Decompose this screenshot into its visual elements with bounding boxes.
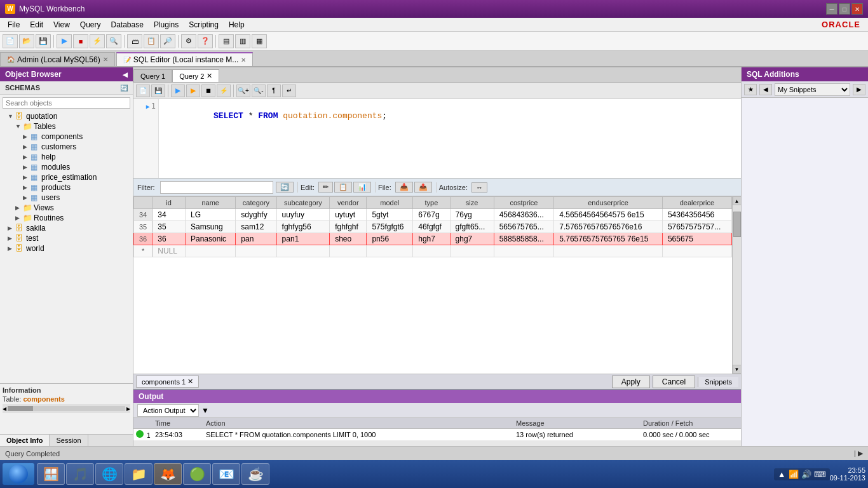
maximize-btn[interactable]: □: [839, 3, 850, 15]
sidebar-collapse-icon[interactable]: ◀: [123, 71, 128, 78]
start-button[interactable]: [3, 463, 34, 485]
tree-help[interactable]: ▶ ▦ help: [0, 152, 133, 162]
layout-btn1[interactable]: ▤: [219, 34, 234, 48]
col-header-id[interactable]: id: [153, 197, 186, 209]
search-objects-input[interactable]: [3, 97, 130, 109]
toggle-btn[interactable]: 🔍: [106, 34, 121, 48]
results-table-wrapper[interactable]: id name category subcategory vendor mode…: [133, 196, 732, 374]
word-wrap-btn[interactable]: ↵: [282, 85, 296, 97]
open-file-btn[interactable]: 📂: [19, 34, 34, 48]
menu-scripting[interactable]: Scripting: [184, 19, 224, 30]
menu-view[interactable]: View: [48, 19, 75, 30]
filter-input[interactable]: [160, 181, 273, 194]
cancel-btn[interactable]: Cancel: [653, 376, 695, 388]
col-header-model[interactable]: model: [367, 197, 413, 209]
snippets-nav-fwd-btn[interactable]: ▶: [853, 84, 865, 95]
tree-users[interactable]: ▶ ▦ users: [0, 193, 133, 203]
zoom-out-btn[interactable]: 🔍-: [252, 85, 266, 97]
info-scroll[interactable]: ◀ ▶: [3, 404, 130, 413]
taskbar-greenapp[interactable]: 🟢: [183, 463, 211, 485]
col-header-dealerprice[interactable]: dealerprice: [662, 197, 731, 209]
result-tab-close[interactable]: ✕: [187, 377, 193, 386]
file-import-btn[interactable]: 📥: [395, 182, 413, 193]
tree-price-estimation[interactable]: ▶ ▦ price_estimation: [0, 172, 133, 182]
taskbar-firefox[interactable]: 🦊: [154, 463, 182, 485]
col-header-size[interactable]: size: [450, 197, 494, 209]
menu-help[interactable]: Help: [224, 19, 250, 30]
snippets-star-btn[interactable]: ★: [744, 84, 757, 95]
filter-refresh-btn[interactable]: 🔄: [276, 182, 294, 193]
file-export-btn[interactable]: 📤: [414, 182, 432, 193]
tree-customers[interactable]: ▶ ▦ customers: [0, 142, 133, 152]
col-header-enduserprice[interactable]: enduserprice: [554, 197, 663, 209]
snippets-select[interactable]: My Snippets: [775, 83, 850, 96]
layout-btn3[interactable]: ▦: [252, 34, 267, 48]
config-btn[interactable]: ⚙: [181, 34, 196, 48]
table-btn[interactable]: 📋: [144, 34, 159, 48]
volume-icon[interactable]: 🔊: [801, 470, 811, 479]
explain-btn[interactable]: ⚡: [90, 34, 105, 48]
query2-close[interactable]: ✕: [207, 72, 212, 80]
execute-btn[interactable]: ▶: [57, 34, 72, 48]
menu-edit[interactable]: Edit: [25, 19, 48, 30]
col-header-subcategory[interactable]: subcategory: [276, 197, 330, 209]
vscroll-down-btn[interactable]: ▼: [733, 365, 742, 374]
save-query-btn[interactable]: 💾: [151, 85, 165, 97]
tree-world[interactable]: ▶ 🗄 world: [0, 243, 133, 254]
taskbar-arrow-icon[interactable]: ▲: [778, 470, 786, 479]
output-type-select[interactable]: Action Output: [137, 404, 199, 417]
table-row[interactable]: 35 35 Samsung sam12 fghfyg56 fghfghf 575…: [134, 221, 732, 233]
tree-sakila[interactable]: ▶ 🗄 sakila: [0, 223, 133, 233]
taskbar-email[interactable]: 📧: [212, 463, 240, 485]
table-row[interactable]: 34 34 LG sdyghfy uuyfuy uytuyt 5gtyt 676…: [134, 209, 732, 221]
tree-components[interactable]: ▶ ▦ components: [0, 132, 133, 142]
col-header-category[interactable]: category: [236, 197, 276, 209]
tree-quotation[interactable]: ▼ 🗄 quotation: [0, 111, 133, 121]
tree-test[interactable]: ▶ 🗄 test: [0, 233, 133, 243]
col-header-vendor[interactable]: vendor: [330, 197, 367, 209]
menu-file[interactable]: File: [3, 19, 25, 30]
tab-editor[interactable]: 📝 SQL Editor (Local instance M... ✕: [116, 52, 254, 66]
close-btn[interactable]: ✕: [851, 3, 863, 15]
new-file-btn[interactable]: 📄: [3, 34, 18, 48]
schema-btn[interactable]: 🗃: [127, 34, 142, 48]
vscroll-up-btn[interactable]: ▲: [733, 196, 742, 205]
query-tab-1[interactable]: Query 1: [133, 69, 172, 82]
menu-database[interactable]: Database: [106, 19, 149, 30]
stop-exec-btn[interactable]: ⏹: [201, 85, 215, 97]
layout-btn2[interactable]: ▥: [235, 34, 250, 48]
run-current-btn[interactable]: ▶: [186, 85, 200, 97]
taskbar-explorer[interactable]: 🪟: [37, 463, 65, 485]
query-tab-2[interactable]: Query 2 ✕: [172, 69, 219, 82]
edit-pencil-btn[interactable]: ✏: [318, 182, 333, 193]
col-header-name[interactable]: name: [186, 197, 236, 209]
edit-table-btn[interactable]: 📋: [334, 182, 352, 193]
sql-content[interactable]: SELECT * FROM quotation.components;: [159, 99, 741, 178]
minimize-btn[interactable]: ─: [826, 3, 837, 15]
schemas-refresh-icon[interactable]: 🔄: [120, 85, 128, 92]
run-btn[interactable]: ▶: [171, 85, 185, 97]
taskbar-ie[interactable]: 🌐: [95, 463, 123, 485]
tab-admin[interactable]: 🏠 Admin (Local MySQL56) ✕: [0, 52, 115, 66]
tree-routines[interactable]: ▶ 📁 Routines: [0, 213, 133, 223]
output-dropdown-icon[interactable]: ▼: [201, 406, 209, 415]
results-vscrollbar[interactable]: ▲ ▼: [732, 196, 741, 374]
autosize-btn[interactable]: ↔: [471, 182, 487, 193]
apply-btn[interactable]: Apply: [612, 376, 650, 388]
snippets-nav-back-btn[interactable]: ◀: [759, 84, 772, 95]
taskbar-java[interactable]: ☕: [241, 463, 269, 485]
menu-query[interactable]: Query: [75, 19, 106, 30]
zoom-in-btn[interactable]: 🔍+: [236, 85, 250, 97]
result-tab-components[interactable]: components 1 ✕: [136, 376, 199, 388]
taskbar-media[interactable]: 🎵: [66, 463, 94, 485]
tree-products[interactable]: ▶ ▦ products: [0, 182, 133, 193]
taskbar-explorer2[interactable]: 📁: [125, 463, 153, 485]
menu-plugins[interactable]: Plugins: [149, 19, 184, 30]
tree-tables[interactable]: ▼ 📁 Tables: [0, 121, 133, 132]
table-row-selected[interactable]: 36 36 Panasonic pan pan1 sheo pn56 hgh7 …: [134, 233, 732, 245]
inspect-btn[interactable]: 🔎: [160, 34, 175, 48]
snippets-tab[interactable]: Snippets: [698, 377, 738, 387]
format-btn[interactable]: ¶: [267, 85, 281, 97]
tab-object-info[interactable]: Object Info: [0, 435, 50, 446]
help-toolbar-btn[interactable]: ❓: [198, 34, 213, 48]
